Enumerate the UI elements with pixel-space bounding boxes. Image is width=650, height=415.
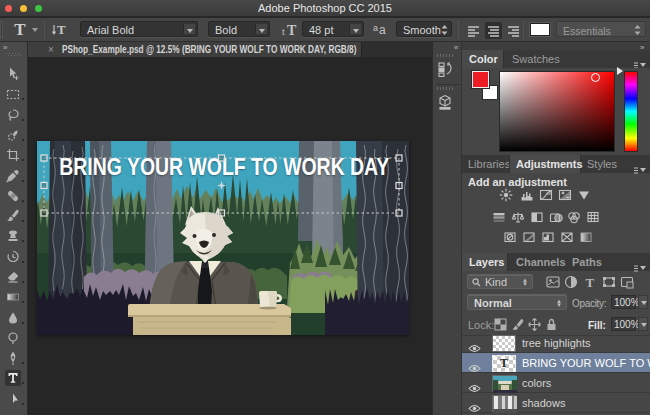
svg-text:T: T xyxy=(287,23,297,38)
svg-text:a: a xyxy=(373,23,378,33)
svg-text:a: a xyxy=(379,23,386,37)
svg-text:T: T xyxy=(586,275,595,289)
svg-text:T: T xyxy=(57,22,66,37)
svg-text:t: t xyxy=(282,26,285,37)
